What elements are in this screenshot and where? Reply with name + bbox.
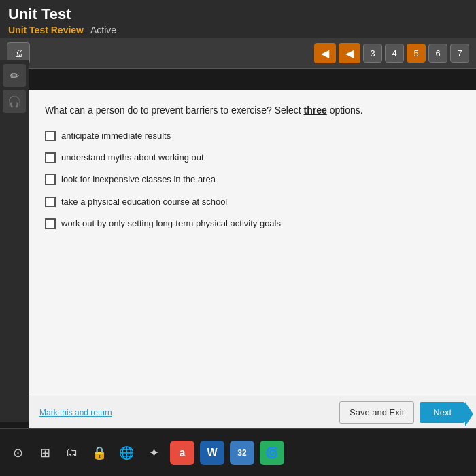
page-4[interactable]: 4 [385,44,404,63]
app-title: Unit Test [8,5,468,23]
subtitle-row: Unit Test Review Active [8,24,468,35]
option-label-3: look for inexpensive classes in the area [61,173,216,186]
arrow-left-icon: ◀ [321,47,329,60]
status-badge: Active [90,24,116,35]
save-exit-button[interactable]: Save and Exit [339,401,414,424]
taskbar-files-icon[interactable]: 🗂 [61,442,83,464]
option-5[interactable]: work out by only setting long-term physi… [45,218,460,230]
option-label-4: take a physical education course at scho… [61,196,227,208]
option-label-2: understand myths about working out [61,152,204,164]
next-button[interactable]: Next [420,402,465,423]
page-3[interactable]: 3 [363,44,382,63]
circle-icon: ⊙ [13,445,23,460]
pencil-icon: ✏ [10,69,19,82]
lock-icon: 🔒 [92,445,107,460]
checkbox-4[interactable] [45,197,56,207]
option-label-1: anticipate immediate results [61,130,171,142]
taskbar-lock-icon[interactable]: 🔒 [88,442,110,464]
arrow-left-icon-2: ◀ [345,47,354,60]
sidebar: ✏ 🎧 [0,60,29,422]
grid-icon: ⊞ [40,445,50,460]
back-arrow-2[interactable]: ◀ [339,43,360,63]
checkbox-5[interactable] [45,218,56,229]
main-content: What can a person do to prevent barriers… [29,90,476,428]
mark-return-link[interactable]: Mark this and return [39,408,112,418]
top-header: Unit Test Unit Test Review Active [0,0,476,38]
folder-icon: 🗂 [66,445,78,460]
option-2[interactable]: understand myths about working out [45,152,460,164]
toolbar: 🖨 ◀ ◀ 3 4 5 6 7 [0,38,476,69]
taskbar-green-icon[interactable]: 🌀 [260,441,284,465]
option-label-5: work out by only setting long-term physi… [61,218,281,230]
question-text-after: options. [327,105,363,116]
page-5-active[interactable]: 5 [407,44,426,63]
back-arrow-1[interactable]: ◀ [314,43,336,63]
swirl-icon: 🌀 [265,446,279,459]
taskbar: ⊙ ⊞ 🗂 🔒 🌐 ✦ a W 32 🌀 [0,428,476,476]
print-icon: 🖨 [14,48,23,58]
edit-icon-btn[interactable]: ✏ [3,64,26,87]
audio-icon-btn[interactable]: 🎧 [3,90,26,113]
footer-bar: Mark this and return Save and Exit Next [29,396,476,428]
footer-buttons: Save and Exit Next [339,401,465,424]
subtitle-link[interactable]: Unit Test Review [8,24,84,35]
checkbox-3[interactable] [45,174,56,185]
star-icon: ✦ [149,445,159,460]
headphones-icon: 🎧 [7,95,21,108]
taskbar-search-icon[interactable]: ⊙ [7,442,29,464]
option-4[interactable]: take a physical education course at scho… [45,196,460,208]
page-6[interactable]: 6 [428,44,447,63]
taskbar-browser-icon[interactable]: 🌐 [116,442,137,464]
taskbar-amazon-icon[interactable]: a [170,441,194,465]
question-bold-word: three [304,105,327,116]
question-text-before: What can a person do to prevent barriers… [45,105,304,116]
checkbox-2[interactable] [45,152,56,163]
taskbar-windows-icon[interactable]: ⊞ [34,442,56,464]
toolbar-right: ◀ ◀ 3 4 5 6 7 [314,43,469,63]
taskbar-word-icon[interactable]: W [200,441,224,465]
globe-icon: 🌐 [119,445,134,460]
question-text: What can a person do to prevent barriers… [45,103,460,118]
taskbar-32-icon[interactable]: 32 [230,441,254,465]
page-7[interactable]: 7 [450,44,469,63]
taskbar-star-icon[interactable]: ✦ [143,442,165,464]
option-3[interactable]: look for inexpensive classes in the area [45,173,460,186]
option-1[interactable]: anticipate immediate results [45,130,460,142]
checkbox-1[interactable] [45,131,56,141]
